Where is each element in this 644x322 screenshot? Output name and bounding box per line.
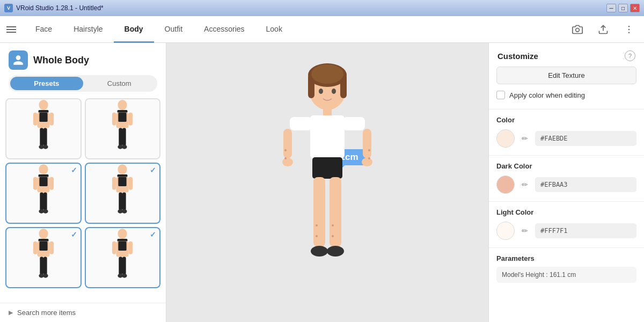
preset-figure-2 — [86, 99, 160, 158]
svg-rect-12 — [43, 128, 47, 146]
tab-body[interactable]: Body — [114, 17, 154, 43]
svg-point-44 — [122, 209, 127, 214]
right-panel-header: Customize ? — [489, 43, 644, 67]
figure-svg-5 — [27, 229, 60, 285]
svg-rect-16 — [118, 110, 128, 113]
svg-point-90 — [332, 224, 334, 226]
light-color-row: ✏ #FFF7F1 — [489, 219, 644, 245]
avatar-icon — [9, 50, 28, 70]
preset-card-3[interactable]: ✓ — [5, 163, 82, 224]
right-panel: Customize ? Edit Texture Apply color whe… — [488, 43, 644, 322]
color-swatch[interactable] — [496, 129, 515, 148]
preset-card-5[interactable]: ✓ — [5, 227, 82, 288]
search-more-button[interactable]: ▶ Search more items — [0, 303, 166, 322]
svg-rect-8 — [39, 113, 47, 122]
svg-rect-19 — [112, 113, 116, 126]
character-figure — [274, 59, 381, 317]
dark-color-pencil-icon[interactable]: ✏ — [519, 179, 531, 191]
chevron-right-icon: ▶ — [9, 309, 13, 316]
color-section-title: Color — [489, 112, 644, 127]
svg-rect-49 — [33, 241, 38, 254]
character-svg — [274, 59, 381, 317]
svg-point-71 — [332, 89, 336, 94]
svg-rect-80 — [312, 157, 342, 179]
svg-point-35 — [118, 164, 127, 174]
color-hex-value[interactable]: #FAEBDE — [535, 131, 636, 146]
svg-point-79 — [362, 158, 372, 166]
svg-point-24 — [122, 145, 127, 149]
figure-svg-1 — [27, 100, 60, 156]
nav-right-icons — [569, 21, 638, 38]
preset-card-2[interactable] — [85, 98, 161, 159]
svg-point-25 — [39, 164, 48, 174]
figure-svg-2 — [106, 100, 138, 156]
hamburger-menu-icon[interactable] — [6, 26, 16, 33]
title-bar-left: V VRoid Studio 1.28.1 - Untitled* — [4, 4, 104, 12]
svg-rect-21 — [119, 128, 123, 146]
title-bar: V VRoid Studio 1.28.1 - Untitled* ─ □ ✕ — [0, 0, 644, 16]
presets-toggle-button[interactable]: Presets — [10, 77, 83, 90]
tab-look[interactable]: Look — [255, 17, 293, 43]
preset-card-6[interactable]: ✓ — [85, 227, 161, 288]
minimize-button[interactable]: ─ — [606, 4, 616, 12]
svg-rect-42 — [122, 193, 126, 210]
preset-card-4[interactable]: ✓ — [85, 163, 161, 224]
camera-icon[interactable] — [569, 21, 586, 38]
nav-tabs: Face Hairstyle Body Outfit Accessories L… — [25, 16, 569, 42]
svg-point-2 — [628, 25, 630, 27]
svg-rect-18 — [119, 113, 127, 122]
svg-point-55 — [118, 229, 127, 239]
color-pencil-icon[interactable]: ✏ — [519, 133, 531, 144]
preset-card-1[interactable] — [5, 98, 82, 159]
check-mark-4: ✓ — [150, 166, 156, 174]
tab-face[interactable]: Face — [25, 17, 63, 43]
svg-point-88 — [368, 157, 370, 159]
light-color-pencil-icon[interactable]: ✏ — [519, 225, 531, 237]
svg-rect-59 — [112, 241, 116, 254]
dark-color-row: ✏ #EFBAA3 — [489, 173, 644, 199]
edit-texture-button[interactable]: Edit Texture — [496, 67, 636, 84]
svg-rect-51 — [40, 257, 43, 275]
left-panel: Whole Body Presets Custom — [0, 43, 166, 322]
svg-point-4 — [628, 32, 630, 33]
svg-rect-32 — [43, 193, 47, 210]
preset-grid: ✓ ✓ — [0, 98, 166, 303]
svg-rect-60 — [129, 241, 133, 254]
title-bar-controls: ─ □ ✕ — [606, 4, 640, 12]
divider-3 — [489, 201, 644, 202]
close-button[interactable]: ✕ — [630, 4, 640, 12]
apply-color-checkbox[interactable] — [496, 91, 505, 99]
svg-rect-62 — [122, 257, 126, 275]
svg-rect-75 — [342, 117, 365, 130]
svg-rect-30 — [49, 177, 54, 190]
more-options-icon[interactable] — [620, 21, 638, 38]
apply-color-row: Apply color when editing — [489, 91, 644, 107]
svg-point-85 — [284, 149, 287, 151]
maximize-button[interactable]: □ — [618, 4, 628, 12]
svg-rect-26 — [38, 174, 48, 177]
dark-color-hex-value[interactable]: #EFBAA3 — [535, 177, 636, 192]
export-icon[interactable] — [595, 21, 612, 38]
center-canvas: 161.1cm — [166, 43, 488, 322]
light-color-swatch[interactable] — [496, 222, 515, 240]
check-mark-6: ✓ — [150, 230, 156, 239]
help-icon[interactable]: ? — [625, 50, 635, 61]
tab-hairstyle[interactable]: Hairstyle — [63, 17, 113, 43]
svg-point-78 — [282, 158, 293, 166]
svg-rect-48 — [39, 241, 47, 251]
light-color-section-title: Light Color — [489, 204, 644, 219]
svg-point-84 — [327, 246, 344, 257]
model-height-param[interactable]: Model's Height : 161.1 cm — [496, 267, 636, 283]
dark-color-swatch[interactable] — [496, 175, 515, 194]
svg-rect-74 — [290, 117, 312, 130]
preset-figure-6 — [86, 228, 160, 287]
figure-svg-3 — [27, 164, 60, 221]
svg-point-91 — [316, 235, 318, 237]
custom-toggle-button[interactable]: Custom — [83, 77, 156, 90]
person-icon — [12, 54, 24, 66]
light-color-hex-value[interactable]: #FFF7F1 — [535, 223, 636, 238]
tab-outfit[interactable]: Outfit — [154, 17, 193, 43]
tab-accessories[interactable]: Accessories — [193, 17, 255, 43]
svg-point-15 — [118, 100, 127, 110]
preset-figure-5 — [6, 228, 80, 287]
